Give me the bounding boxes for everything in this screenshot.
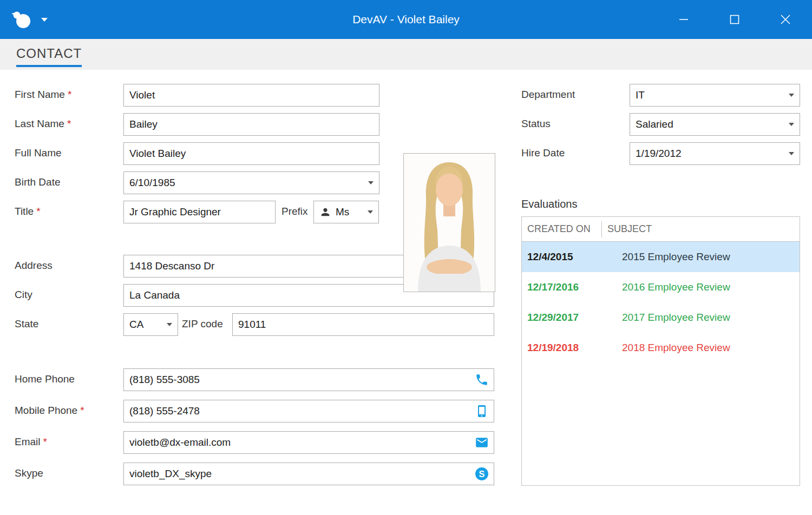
address-label-text: Address bbox=[15, 260, 53, 271]
chevron-down-icon bbox=[789, 123, 794, 126]
mobile-phone-label-text: Mobile Phone bbox=[15, 405, 77, 416]
evaluation-created-on: 12/17/2016 bbox=[522, 281, 601, 293]
prefix-dropdown[interactable]: Ms bbox=[313, 201, 379, 223]
evaluation-row[interactable]: 12/4/2015 2015 Employee Review bbox=[522, 242, 800, 272]
app-logo-icon[interactable] bbox=[9, 6, 35, 32]
status-label-text: Status bbox=[521, 118, 551, 129]
full-name-input[interactable] bbox=[123, 142, 379, 165]
title-label-text: Title bbox=[15, 206, 34, 217]
department-label-text: Department bbox=[521, 89, 575, 100]
chevron-down-icon bbox=[167, 323, 172, 326]
chevron-down-icon bbox=[368, 181, 374, 184]
state-dropdown[interactable]: CA bbox=[123, 313, 178, 336]
envelope-icon bbox=[474, 435, 489, 450]
evaluation-row[interactable]: 12/29/2017 2017 Employee Review bbox=[522, 302, 800, 333]
prefix-label: Prefix bbox=[281, 206, 308, 217]
window-controls bbox=[658, 0, 811, 39]
status-dropdown[interactable]: Salaried bbox=[630, 113, 800, 136]
birth-date-dropdown[interactable]: 6/10/1985 bbox=[123, 171, 379, 194]
department-dropdown[interactable]: IT bbox=[630, 84, 800, 107]
home-phone-label-text: Home Phone bbox=[15, 373, 75, 385]
required-marker: * bbox=[67, 118, 71, 129]
email-label-text: Email bbox=[15, 436, 41, 447]
required-marker: * bbox=[43, 436, 47, 447]
svg-text:S: S bbox=[479, 469, 485, 479]
title-input[interactable] bbox=[123, 201, 276, 223]
required-marker: * bbox=[36, 206, 40, 217]
column-header-created-on[interactable]: CREATED ON bbox=[522, 223, 601, 235]
status-value: Salaried bbox=[636, 118, 673, 130]
zip-label-text: ZIP code bbox=[182, 318, 223, 329]
tabstrip: CONTACT bbox=[0, 39, 812, 70]
full-name-label-text: Full Name bbox=[15, 147, 62, 159]
state-value: CA bbox=[129, 319, 143, 331]
contact-photo-image bbox=[404, 154, 495, 292]
phone-icon bbox=[474, 372, 489, 387]
email-field bbox=[123, 431, 494, 454]
evaluations-section-label: Evaluations bbox=[521, 198, 577, 210]
home-phone-input[interactable] bbox=[123, 368, 494, 391]
required-marker: * bbox=[80, 405, 84, 416]
skype-input[interactable] bbox=[123, 463, 494, 485]
last-name-label: Last Name* bbox=[15, 118, 71, 130]
evaluation-subject: 2015 Employee Review bbox=[601, 251, 730, 263]
evaluation-subject: 2018 Employee Review bbox=[601, 342, 730, 354]
first-name-input[interactable] bbox=[123, 84, 379, 107]
skype-field: S bbox=[123, 463, 494, 485]
department-value: IT bbox=[636, 89, 645, 101]
state-label: State bbox=[15, 318, 38, 330]
zip-input[interactable] bbox=[232, 313, 494, 336]
mobile-phone-field bbox=[123, 400, 494, 422]
address-label: Address bbox=[15, 260, 53, 272]
hire-date-value: 1/19/2012 bbox=[636, 148, 682, 160]
mobile-phone-icon bbox=[474, 404, 489, 419]
hire-date-dropdown[interactable]: 1/19/2012 bbox=[630, 142, 800, 165]
birth-date-value: 6/10/1985 bbox=[129, 177, 175, 189]
tab-contact[interactable]: CONTACT bbox=[16, 46, 82, 67]
chevron-down-icon bbox=[789, 94, 794, 97]
mobile-phone-input[interactable] bbox=[123, 400, 494, 422]
state-label-text: State bbox=[15, 318, 38, 329]
chevron-down-icon bbox=[789, 152, 794, 155]
home-phone-label: Home Phone bbox=[15, 373, 75, 385]
email-label: Email* bbox=[15, 436, 47, 448]
close-button[interactable] bbox=[760, 0, 811, 39]
evaluations-table: CREATED ON SUBJECT 12/4/2015 2015 Employ… bbox=[521, 216, 800, 486]
evaluation-row[interactable]: 12/19/2018 2018 Employee Review bbox=[522, 333, 800, 363]
minimize-icon bbox=[679, 15, 689, 24]
last-name-input[interactable] bbox=[123, 113, 379, 136]
birth-date-label-text: Birth Date bbox=[15, 176, 60, 188]
mobile-phone-label: Mobile Phone* bbox=[15, 405, 84, 417]
title-label: Title* bbox=[15, 206, 41, 217]
first-name-label-text: First Name bbox=[15, 89, 65, 100]
hire-date-label: Hire Date bbox=[521, 147, 565, 159]
close-icon bbox=[780, 14, 791, 25]
birth-date-label: Birth Date bbox=[15, 176, 60, 188]
city-label-text: City bbox=[15, 289, 32, 300]
titlebar: DevAV - Violet Bailey bbox=[0, 0, 812, 39]
evaluation-subject: 2017 Employee Review bbox=[601, 312, 730, 323]
minimize-button[interactable] bbox=[658, 0, 709, 39]
evaluation-created-on: 12/29/2017 bbox=[522, 312, 601, 323]
column-header-subject[interactable]: SUBJECT bbox=[602, 223, 652, 235]
contact-form: First Name* Last Name* Full Name Birth D… bbox=[0, 70, 812, 515]
city-label: City bbox=[15, 289, 32, 301]
full-name-label: Full Name bbox=[15, 147, 62, 159]
evaluation-subject: 2016 Employee Review bbox=[601, 281, 730, 293]
evaluation-created-on: 12/4/2015 bbox=[522, 251, 601, 263]
last-name-label-text: Last Name bbox=[15, 118, 64, 129]
app-menu-caret-icon[interactable] bbox=[41, 18, 48, 22]
evaluations-header-row: CREATED ON SUBJECT bbox=[522, 217, 800, 242]
email-input[interactable] bbox=[123, 431, 494, 454]
person-icon bbox=[319, 206, 331, 218]
evaluation-row[interactable]: 12/17/2016 2016 Employee Review bbox=[522, 272, 800, 302]
chevron-down-icon bbox=[368, 210, 373, 214]
evaluation-created-on: 12/19/2018 bbox=[522, 342, 601, 354]
hire-date-label-text: Hire Date bbox=[521, 147, 565, 159]
first-name-label: First Name* bbox=[15, 89, 71, 101]
maximize-button[interactable] bbox=[709, 0, 760, 39]
department-label: Department bbox=[521, 89, 575, 101]
required-marker: * bbox=[68, 89, 71, 100]
skype-icon: S bbox=[474, 466, 489, 481]
contact-photo bbox=[403, 153, 495, 292]
